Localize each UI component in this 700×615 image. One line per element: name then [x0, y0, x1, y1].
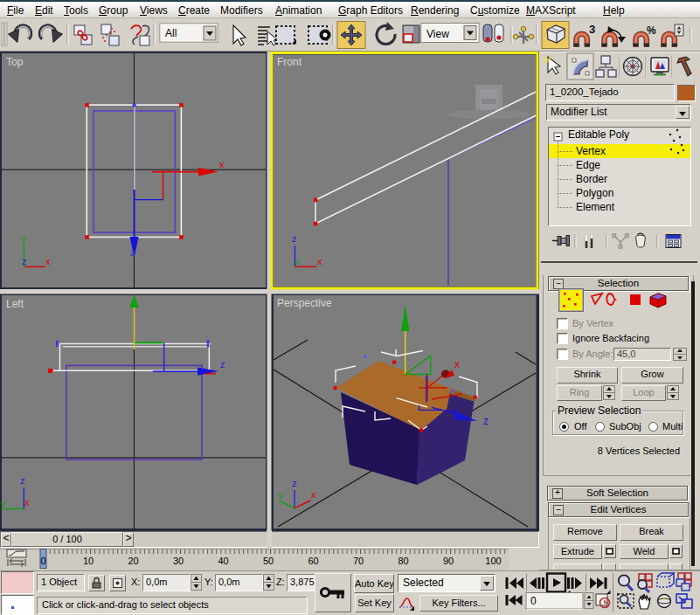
svg-text:Perspective: Perspective [277, 297, 332, 309]
svg-text:Left: Left [6, 298, 24, 310]
svg-text:y: y [295, 257, 300, 266]
svg-text:y: y [21, 233, 26, 244]
svg-text:x: x [24, 497, 30, 508]
svg-text:z: z [220, 359, 225, 370]
svg-text:x: x [317, 256, 322, 266]
svg-text:30: 30 [173, 556, 184, 566]
svg-text:y: y [278, 490, 283, 501]
svg-text:z: z [292, 233, 297, 244]
svg-text:x: x [219, 159, 225, 169]
svg-text:z: z [292, 478, 297, 488]
svg-text:60: 60 [308, 556, 318, 566]
svg-text:40: 40 [218, 556, 228, 566]
svg-text:All: All [165, 27, 177, 39]
svg-text:70: 70 [353, 556, 364, 566]
svg-text:z: z [22, 256, 27, 266]
svg-text:10: 10 [83, 556, 94, 566]
svg-text:0: 0 [530, 595, 537, 607]
svg-text:z: z [483, 415, 489, 427]
svg-text:100: 100 [485, 556, 501, 566]
svg-text:80: 80 [398, 556, 408, 566]
svg-text:View: View [426, 28, 449, 40]
svg-text:x: x [311, 489, 316, 500]
svg-text:3: 3 [589, 23, 595, 36]
svg-text:0: 0 [40, 556, 45, 566]
svg-text:z: z [130, 247, 135, 258]
svg-text:Top: Top [6, 56, 24, 68]
svg-text:x: x [45, 256, 51, 266]
svg-text:x: x [454, 358, 460, 370]
svg-text:%: % [647, 24, 656, 37]
svg-text:50: 50 [263, 556, 274, 566]
svg-text:20: 20 [128, 556, 138, 566]
svg-text:90: 90 [443, 556, 454, 566]
svg-text:z: z [20, 475, 25, 486]
svg-text:y: y [1, 498, 6, 508]
svg-text:Front: Front [277, 56, 302, 68]
